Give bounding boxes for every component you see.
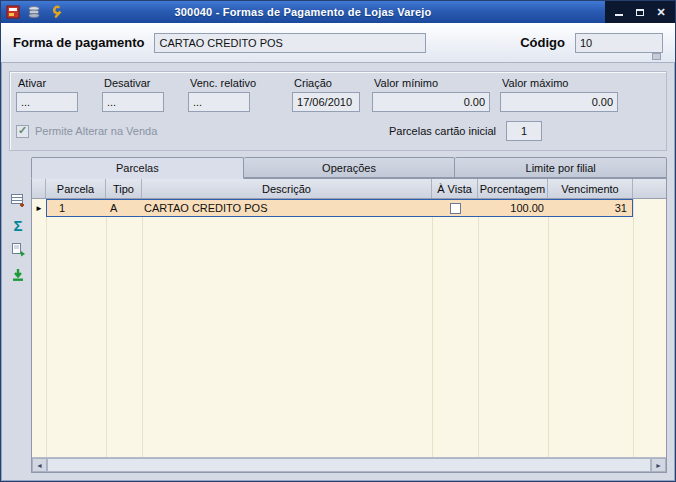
close-icon: ✕ xyxy=(656,7,665,18)
valor-maximo-label: Valor máximo xyxy=(500,77,618,89)
cell-porcentagem[interactable]: 100.00 xyxy=(478,200,548,216)
app-window: 300040 - Formas de Pagamento de Lojas Va… xyxy=(0,0,676,482)
valor-minimo-label: Valor mínimo xyxy=(372,77,490,89)
app-icon[interactable] xyxy=(5,4,21,20)
column-header-vencimento[interactable]: Vencimento xyxy=(548,179,633,198)
field-criacao: Criação xyxy=(292,77,360,112)
payment-form-input[interactable] xyxy=(154,33,426,53)
payment-form-label: Forma de pagamento xyxy=(13,35,144,50)
initial-installments-input[interactable] xyxy=(506,121,542,141)
tab-limite-por-filial[interactable]: Limite por filial xyxy=(455,157,667,178)
tab-limite-por-filial-label: Limite por filial xyxy=(526,162,596,174)
grid-body[interactable]: ► 1 A CARTAO CREDITO POS 100.00 31 xyxy=(32,199,666,457)
tab-parcelas-label: Parcelas xyxy=(116,162,159,174)
scroll-left-button[interactable]: ◄ xyxy=(32,458,47,472)
ativar-input[interactable] xyxy=(16,92,78,112)
wrench-icon[interactable] xyxy=(47,4,63,20)
venc-relativo-label: Venc. relativo xyxy=(188,77,256,89)
cell-vencimento[interactable]: 31 xyxy=(548,200,632,216)
close-button[interactable]: ✕ xyxy=(655,6,667,18)
field-valor-minimo: Valor mínimo xyxy=(372,77,490,112)
column-header-tipo[interactable]: Tipo xyxy=(106,179,142,198)
cell-parcela[interactable]: 1 xyxy=(47,200,106,216)
code-label: Código xyxy=(520,35,565,50)
scroll-right-button[interactable]: ► xyxy=(651,458,666,472)
field-row: Ativar Desativar Venc. relativo Criação … xyxy=(16,77,658,112)
grid-column-line xyxy=(548,199,549,457)
code-lookup-handle[interactable] xyxy=(652,53,661,60)
code-input[interactable] xyxy=(575,33,663,53)
window-controls: ✕ xyxy=(605,1,675,23)
selected-row[interactable]: 1 A CARTAO CREDITO POS 100.00 31 xyxy=(46,199,633,217)
field-row-2: Permite Alterar na Venda Parcelas cartão… xyxy=(16,121,658,141)
column-header-a-vista[interactable]: À Vista xyxy=(432,179,478,198)
grid-panel: Parcela Tipo Descrição À Vista Porcentag… xyxy=(31,178,667,473)
cell-descricao[interactable]: CARTAO CREDITO POS xyxy=(142,200,432,216)
maximize-icon xyxy=(636,9,644,16)
minimize-icon xyxy=(615,14,623,16)
tab-operacoes-label: Operações xyxy=(322,162,376,174)
grid-toolbar: Σ xyxy=(5,157,31,473)
append-row-button[interactable] xyxy=(9,191,27,209)
desativar-label: Desativar xyxy=(102,77,164,89)
allow-change-label: Permite Alterar na Venda xyxy=(35,125,157,137)
tab-content: Parcelas Operações Limite por filial Par… xyxy=(31,157,667,473)
tab-operacoes[interactable]: Operações xyxy=(244,157,456,178)
grid-column-line xyxy=(633,199,634,457)
allow-change-checkbox[interactable] xyxy=(16,125,29,138)
column-header-parcela[interactable]: Parcela xyxy=(46,179,106,198)
coins-icon[interactable] xyxy=(26,4,42,20)
field-venc-relativo: Venc. relativo xyxy=(188,77,256,112)
scrollbar-thumb[interactable] xyxy=(47,458,651,472)
initial-installments-label: Parcelas cartão inicial xyxy=(389,125,496,137)
header-strip: Forma de pagamento Código xyxy=(1,23,675,63)
grid-column-line xyxy=(142,199,143,457)
titlebar-icons xyxy=(5,4,63,20)
column-header-porcentagem[interactable]: Porcentagem xyxy=(478,179,548,198)
grid-column-line xyxy=(432,199,433,457)
field-valor-maximo: Valor máximo xyxy=(500,77,618,112)
main-area: Σ Parcelas xyxy=(1,155,675,481)
grid-column-line xyxy=(46,199,47,457)
tab-parcelas[interactable]: Parcelas xyxy=(31,157,244,179)
a-vista-checkbox[interactable] xyxy=(450,203,461,214)
field-ativar: Ativar xyxy=(16,77,78,112)
post-row-icon[interactable] xyxy=(9,266,27,284)
marker-column-header xyxy=(32,179,46,198)
table-row[interactable]: ► 1 A CARTAO CREDITO POS 100.00 31 xyxy=(32,199,633,217)
valor-maximo-input[interactable] xyxy=(500,92,618,112)
current-row-marker-icon: ► xyxy=(32,199,46,217)
ativar-label: Ativar xyxy=(16,77,78,89)
horizontal-scrollbar[interactable]: ◄ ► xyxy=(32,457,666,472)
column-header-descricao[interactable]: Descrição xyxy=(142,179,432,198)
valor-minimo-input[interactable] xyxy=(372,92,490,112)
cell-tipo[interactable]: A xyxy=(106,200,142,216)
cell-a-vista xyxy=(432,200,478,216)
venc-relativo-input[interactable] xyxy=(188,92,250,112)
grid-header: Parcela Tipo Descrição À Vista Porcentag… xyxy=(32,179,666,199)
column-header-filler xyxy=(633,179,666,198)
field-desativar: Desativar xyxy=(102,77,164,112)
sum-icon[interactable]: Σ xyxy=(9,216,27,234)
grid-column-line xyxy=(478,199,479,457)
minimize-button[interactable] xyxy=(613,6,625,18)
window-title: 300040 - Formas de Pagamento de Lojas Va… xyxy=(1,6,605,18)
criacao-input[interactable] xyxy=(292,92,360,112)
export-row-icon[interactable] xyxy=(9,241,27,259)
criacao-label: Criação xyxy=(292,77,360,89)
sum-glyph: Σ xyxy=(13,218,22,233)
desativar-input[interactable] xyxy=(102,92,164,112)
detail-fieldgroup: Ativar Desativar Venc. relativo Criação … xyxy=(9,71,667,151)
titlebar: 300040 - Formas de Pagamento de Lojas Va… xyxy=(1,1,675,23)
maximize-button[interactable] xyxy=(634,6,646,18)
grid-column-line xyxy=(106,199,107,457)
tabstrip: Parcelas Operações Limite por filial xyxy=(31,157,667,178)
